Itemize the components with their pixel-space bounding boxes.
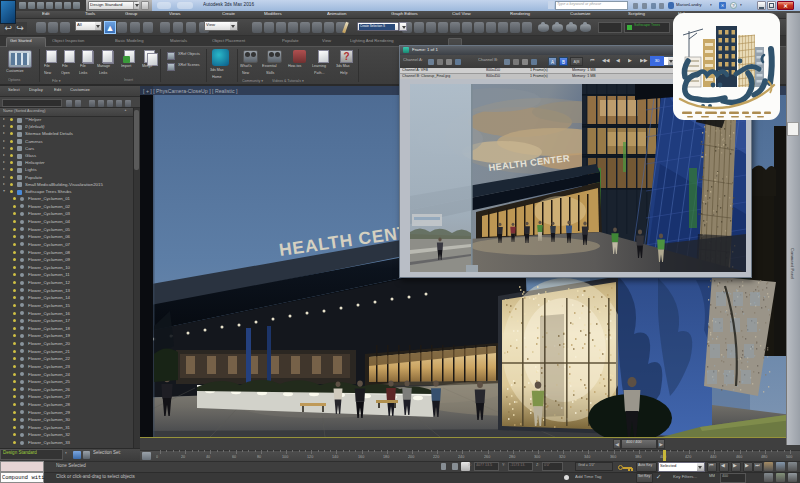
svg-text:[ + ] [ PhysCamera-CloseUp ] [: [ + ] [ PhysCamera-CloseUp ] [ Realistic… <box>143 88 238 94</box>
